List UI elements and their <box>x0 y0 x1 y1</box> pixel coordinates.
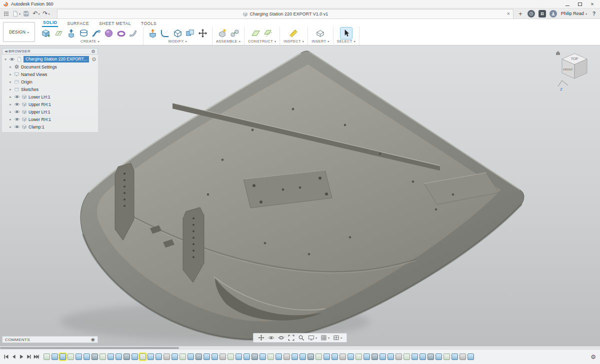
timeline-feature-extrude[interactable] <box>244 354 250 360</box>
timeline-feature-extrude[interactable] <box>52 354 58 360</box>
help-icon[interactable]: ? <box>590 11 598 16</box>
timeline-play-button[interactable] <box>18 354 24 360</box>
timeline-feature-extrude[interactable] <box>260 354 266 360</box>
timeline-feature-sketch[interactable] <box>404 354 410 360</box>
press-pull-button[interactable] <box>147 28 158 39</box>
revolve-button[interactable] <box>78 28 90 39</box>
timeline-feature-extrude[interactable] <box>452 354 458 360</box>
ground-icon[interactable]: ⊙ <box>92 56 96 62</box>
expand-triangle-icon[interactable]: ▸ <box>8 72 12 76</box>
group-dropdown-create[interactable]: CREATE▾ <box>80 39 100 44</box>
grid-settings-button[interactable]: ▾ <box>320 334 330 341</box>
group-dropdown-assemble[interactable]: ASSEMBLE▾ <box>216 39 240 44</box>
expand-triangle-icon[interactable]: ▸ <box>8 118 12 122</box>
expand-triangle-icon[interactable]: ▸ <box>8 80 12 84</box>
display-settings-button[interactable]: ▾ <box>308 334 317 341</box>
expand-triangle-icon[interactable]: ▸ <box>8 110 12 114</box>
comments-panel[interactable]: COMMENTS ◉ <box>2 336 98 343</box>
timeline-feature-sketch[interactable] <box>140 354 146 360</box>
browser-item-origin[interactable]: ▸Origin <box>2 78 98 86</box>
timeline-feature-sketch[interactable] <box>100 354 106 360</box>
browser-root-item[interactable]: ▾Charging Station 220 EXPORT...⊙ <box>2 56 98 63</box>
zoom-button[interactable] <box>298 334 304 341</box>
browser-item-upper-lh-1[interactable]: ▸Upper LH:1 <box>2 108 98 116</box>
timeline-feature-sketch[interactable] <box>68 354 74 360</box>
timeline-feature-joint[interactable] <box>284 354 290 360</box>
browser-item-clamp-1[interactable]: ▸Clamp:1 <box>2 123 98 130</box>
timeline-feature-extrude[interactable] <box>60 354 66 360</box>
expand-triangle-icon[interactable]: ▸ <box>8 65 12 69</box>
timeline-feature-hole[interactable] <box>124 354 130 360</box>
combine-button[interactable] <box>184 28 196 39</box>
measure-button[interactable] <box>288 28 300 39</box>
close-button[interactable]: × <box>590 2 595 7</box>
timeline-feature-extrude[interactable] <box>300 354 306 360</box>
charging-station-model[interactable] <box>80 51 524 340</box>
create-sketch-button[interactable] <box>53 28 64 39</box>
timeline-scrollbar-thumb[interactable] <box>0 347 179 349</box>
tab-close-icon[interactable]: × <box>506 11 510 16</box>
browser-item-sketches[interactable]: ▸Sketches <box>2 86 98 93</box>
timeline-feature-hole[interactable] <box>92 354 98 360</box>
timeline-feature-extrude[interactable] <box>188 354 194 360</box>
expand-triangle-icon[interactable]: ▸ <box>8 95 12 99</box>
browser-header[interactable]: ◂◂ BROWSER ⚙ <box>2 48 98 54</box>
timeline-feature-extrude[interactable] <box>108 354 114 360</box>
group-dropdown-inspect[interactable]: INSPECT▾ <box>284 39 304 44</box>
expand-triangle-icon[interactable]: ▸ <box>8 88 12 92</box>
timeline-feature-extrude[interactable] <box>276 354 282 360</box>
new-tab-button[interactable]: + <box>516 10 525 18</box>
timeline-feature-extrude[interactable] <box>388 354 394 360</box>
group-dropdown-select[interactable]: SELECT▾ <box>337 39 356 44</box>
shell-button[interactable] <box>172 28 184 39</box>
ribbon-tab-sheet-metal[interactable]: SHEET METAL <box>98 21 132 27</box>
browser-item-upper-rh-1[interactable]: ▸Upper RH:1 <box>2 100 98 108</box>
expand-triangle-icon[interactable]: ▸ <box>8 125 12 129</box>
maximize-button[interactable] <box>577 2 582 7</box>
timeline-feature-extrude[interactable] <box>348 354 354 360</box>
avatar[interactable] <box>550 10 557 18</box>
timeline-feature-sketch[interactable] <box>444 354 450 360</box>
assemble-component-button[interactable] <box>216 28 228 39</box>
visibility-eye-icon[interactable] <box>14 110 20 114</box>
browser-item-lower-lh-1[interactable]: ▸Lower LH:1 <box>2 93 98 100</box>
home-icon[interactable] <box>556 51 560 55</box>
select-cursor-button[interactable] <box>340 28 352 39</box>
timeline-feature-joint[interactable] <box>396 354 402 360</box>
timeline-feature-sketch[interactable] <box>228 354 234 360</box>
view-cube[interactable]: TOP FRONT Z <box>555 50 594 94</box>
timeline-feature-sketch[interactable] <box>44 354 50 360</box>
timeline-feature-extrude[interactable] <box>332 354 338 360</box>
timeline-feature-sketch[interactable] <box>180 354 186 360</box>
timeline-feature-hole[interactable] <box>428 354 434 360</box>
new-component-button[interactable] <box>40 28 52 39</box>
viewports-button[interactable]: ▾ <box>333 334 342 341</box>
coil-button[interactable] <box>116 28 127 39</box>
timeline-settings-gear-icon[interactable]: ⚙ <box>590 354 598 360</box>
redo-button[interactable]: ↷▾ <box>42 10 50 18</box>
timeline-feature-extrude[interactable] <box>380 354 386 360</box>
offset-plane-button[interactable] <box>262 28 274 39</box>
user-menu[interactable]: Philip Read▾ <box>560 11 588 16</box>
sweep-button[interactable] <box>90 28 102 39</box>
timeline-feature-hole[interactable] <box>252 354 258 360</box>
timeline-feature-extrude[interactable] <box>116 354 122 360</box>
timeline-skip-end-button[interactable] <box>32 354 40 360</box>
timeline-feature-extrude[interactable] <box>204 354 210 360</box>
timeline-feature-sketch[interactable] <box>356 354 362 360</box>
undo-button[interactable]: ↶▾ <box>32 10 40 18</box>
app-grid-icon[interactable] <box>2 10 10 18</box>
timeline-skip-start-button[interactable] <box>2 354 10 360</box>
visibility-eye-icon[interactable] <box>9 57 15 62</box>
timeline-feature-extrude[interactable] <box>76 354 82 360</box>
viewport-canvas[interactable]: ◂◂ BROWSER ⚙ ▾Charging Station 220 EXPOR… <box>0 46 600 346</box>
timeline-feature-extrude[interactable] <box>412 354 418 360</box>
visibility-eye-icon[interactable] <box>14 94 20 99</box>
timeline-feature-extrude[interactable] <box>212 354 218 360</box>
browser-item-document-settings[interactable]: ▸Document Settings <box>2 63 98 70</box>
construct-plane-button[interactable] <box>250 28 262 39</box>
create-form-button[interactable] <box>103 28 114 39</box>
timeline-feature-extrude[interactable] <box>148 354 154 360</box>
workspace-dropdown[interactable]: DESIGN ▾ <box>3 22 35 42</box>
ribbon-tab-tools[interactable]: TOOLS <box>140 21 158 27</box>
